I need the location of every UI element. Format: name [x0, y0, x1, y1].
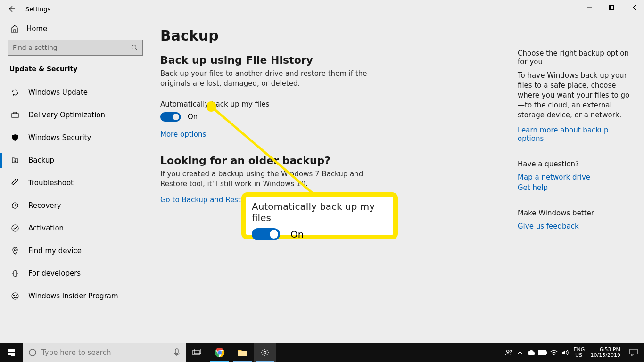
- tray-language[interactable]: ENGUS: [571, 347, 587, 358]
- task-view-button[interactable]: [186, 343, 208, 362]
- task-view-icon: [192, 349, 202, 356]
- minimize-icon: [587, 5, 592, 10]
- svg-point-5: [132, 45, 136, 49]
- tray-action-center[interactable]: [624, 349, 643, 356]
- sidebar-item-recovery[interactable]: Recovery: [0, 194, 150, 217]
- minimize-button[interactable]: [579, 0, 601, 15]
- tray-wifi-icon[interactable]: [548, 343, 560, 362]
- svg-rect-23: [194, 349, 201, 354]
- tray-battery-icon[interactable]: [537, 343, 548, 362]
- svg-line-6: [136, 49, 138, 51]
- sidebar-item-troubleshoot[interactable]: Troubleshoot: [0, 172, 150, 194]
- chrome-icon: [215, 347, 225, 358]
- taskbar-app-settings[interactable]: [254, 343, 276, 362]
- sidebar-nav: Windows Update Delivery Optimization Win…: [0, 81, 150, 307]
- callout-toggle: [252, 228, 280, 240]
- arrow-left-icon: [8, 5, 15, 13]
- taskbar-search-input[interactable]: [41, 348, 169, 357]
- tray-onedrive-icon[interactable]: [526, 343, 537, 362]
- svg-point-28: [218, 351, 222, 354]
- get-help-link[interactable]: Get help: [518, 183, 632, 192]
- page-title: Backup: [160, 27, 635, 44]
- wrench-icon: [10, 178, 20, 188]
- delivery-icon: [10, 110, 20, 120]
- sidebar-item-label: Recovery: [28, 201, 61, 210]
- sidebar-item-activation[interactable]: Activation: [0, 217, 150, 239]
- sidebar: Home Update & Security Windows Update De…: [0, 18, 151, 343]
- back-button[interactable]: [0, 0, 23, 18]
- svg-point-20: [29, 349, 36, 356]
- find-setting-search[interactable]: [8, 40, 143, 56]
- sidebar-item-label: Troubleshoot: [28, 179, 74, 187]
- find-setting-input[interactable]: [13, 44, 131, 51]
- auto-backup-state: On: [188, 113, 198, 121]
- older-backup-body: If you created a backup using the Window…: [160, 169, 372, 189]
- give-feedback-link[interactable]: Give us feedback: [518, 222, 632, 230]
- sidebar-home-label: Home: [26, 25, 47, 33]
- sidebar-item-windows-update[interactable]: Windows Update: [0, 81, 150, 104]
- svg-point-11: [12, 293, 18, 299]
- taskbar-search[interactable]: [23, 343, 186, 362]
- home-icon: [10, 25, 19, 33]
- sidebar-item-label: Windows Security: [28, 133, 91, 142]
- history-icon: [10, 201, 20, 210]
- callout-highlight: Automatically back up my files On: [241, 192, 398, 239]
- svg-rect-33: [546, 352, 547, 354]
- sidebar-item-label: Backup: [28, 156, 54, 165]
- right-opt-heading: Choose the right backup option for you: [518, 49, 632, 66]
- sidebar-section-header: Update & Security: [0, 56, 150, 79]
- developer-icon: [10, 269, 20, 278]
- notification-icon: [629, 349, 638, 356]
- svg-point-30: [506, 350, 509, 353]
- window-title: Settings: [23, 6, 50, 13]
- sidebar-item-label: Delivery Optimization: [28, 111, 105, 119]
- right-opt-body: To have Windows back up your files to a …: [518, 71, 632, 120]
- tray-people-icon[interactable]: [503, 343, 514, 362]
- tray-volume-icon[interactable]: [560, 343, 571, 362]
- file-history-body: Back up your files to another drive and …: [160, 69, 372, 89]
- sidebar-item-delivery-optimization[interactable]: Delivery Optimization: [0, 104, 150, 126]
- maximize-icon: [609, 5, 614, 10]
- callout-state: On: [290, 229, 304, 240]
- svg-rect-21: [175, 349, 178, 354]
- sync-icon: [10, 88, 20, 97]
- sidebar-item-label: Activation: [28, 224, 64, 232]
- learn-backup-options-link[interactable]: Learn more about backup options: [518, 126, 632, 143]
- window-controls: [579, 0, 644, 15]
- sidebar-item-find-my-device[interactable]: Find my device: [0, 239, 150, 262]
- start-button[interactable]: [0, 343, 23, 362]
- gear-icon: [261, 348, 269, 357]
- system-tray: ENGUS 6:53 PM10/15/2019: [503, 343, 644, 362]
- close-icon: [631, 5, 636, 10]
- map-network-drive-link[interactable]: Map a network drive: [518, 173, 632, 181]
- taskbar-app-explorer[interactable]: [231, 343, 254, 362]
- check-circle-icon: [10, 223, 20, 233]
- folder-icon: [237, 348, 248, 357]
- svg-rect-22: [193, 350, 199, 355]
- close-button[interactable]: [622, 0, 644, 15]
- auto-backup-toggle[interactable]: [160, 112, 181, 122]
- sidebar-item-label: Windows Insider Program: [28, 292, 118, 300]
- sidebar-item-label: Windows Update: [28, 88, 88, 97]
- settings-window: Settings Home: [0, 0, 644, 343]
- sidebar-item-windows-security[interactable]: Windows Security: [0, 126, 150, 149]
- taskbar-app-chrome[interactable]: [208, 343, 231, 362]
- tray-clock[interactable]: 6:53 PM10/15/2019: [587, 347, 624, 358]
- maximize-button[interactable]: [601, 0, 622, 15]
- right-better-heading: Make Windows better: [518, 209, 632, 217]
- sidebar-item-label: Find my device: [28, 247, 82, 255]
- svg-point-35: [553, 354, 554, 355]
- svg-rect-2: [611, 6, 614, 10]
- sidebar-item-insider[interactable]: Windows Insider Program: [0, 285, 150, 307]
- sidebar-item-for-developers[interactable]: For developers: [0, 262, 150, 285]
- windows-icon: [8, 349, 15, 356]
- more-options-link[interactable]: More options: [160, 130, 206, 139]
- tray-overflow-icon[interactable]: [514, 343, 526, 362]
- sidebar-item-backup[interactable]: Backup: [0, 149, 150, 172]
- search-icon: [131, 44, 138, 51]
- cortana-icon: [28, 348, 37, 357]
- sidebar-home[interactable]: Home: [0, 18, 150, 40]
- svg-rect-7: [12, 114, 18, 117]
- backup-icon: [10, 156, 20, 165]
- svg-point-9: [14, 249, 16, 251]
